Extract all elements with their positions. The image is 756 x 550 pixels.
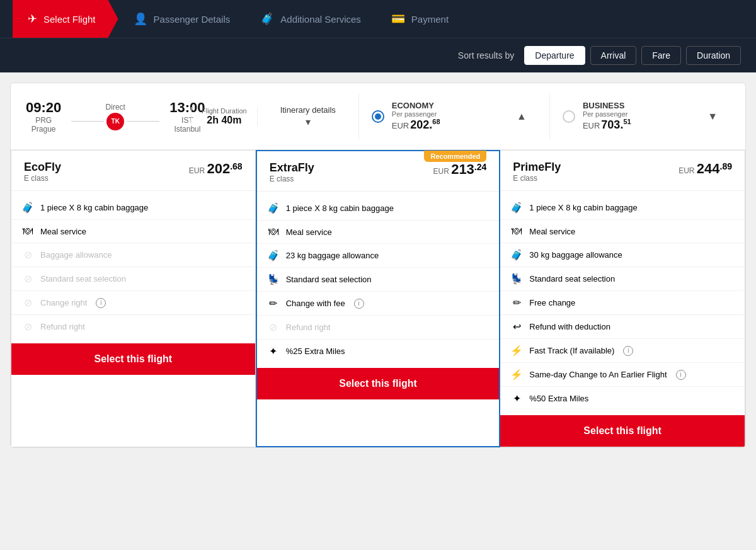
fare-name: EcoFly xyxy=(24,161,61,174)
business-per-pax: Per passenger xyxy=(583,110,700,118)
sort-departure-button[interactable]: Departure xyxy=(524,46,585,65)
fare-features-list: 🧳 1 piece X 8 kg cabin baggage 🍽 Meal se… xyxy=(500,191,745,415)
feature-text: Standard seat selection xyxy=(286,275,372,284)
economy-fare-option[interactable]: ECONOMY Per passenger EUR202.68 ▲ xyxy=(358,93,539,139)
duration-block: Flight Duration 2h 40m xyxy=(191,107,258,126)
economy-chevron-up-icon[interactable]: ▲ xyxy=(517,111,527,122)
airline-logo: TK xyxy=(106,113,124,130)
feature-icon: 🍽 xyxy=(21,226,34,237)
feature-item: 🧳 1 piece X 8 kg cabin baggage xyxy=(257,197,500,221)
flight-summary: 09:20 PRG Prague Direct TK 13:00 IST Ist… xyxy=(11,83,745,150)
info-icon[interactable]: i xyxy=(354,299,364,309)
business-fare-option[interactable]: BUSINESS Per passenger EUR703.51 ▼ xyxy=(549,93,730,139)
feature-icon: ⊘ xyxy=(21,273,34,285)
nav-step-passenger-details[interactable]: 👤 Passenger Details xyxy=(118,0,246,38)
feature-icon: 🧳 xyxy=(510,249,523,261)
feature-icon: 🧳 xyxy=(21,202,34,214)
feature-text: Free change xyxy=(529,298,575,307)
economy-radio-button[interactable] xyxy=(372,110,384,123)
fare-col-primefly: PrimeFly E class EUR 244.89 🧳 1 piece X … xyxy=(500,150,745,447)
business-radio-button[interactable] xyxy=(563,110,575,123)
departure-city: Prague xyxy=(26,125,61,134)
sort-fare-button[interactable]: Fare xyxy=(641,46,681,65)
feature-item: ↩ Refund with deduction xyxy=(500,315,745,339)
feature-text: 1 piece X 8 kg cabin baggage xyxy=(286,203,394,213)
info-icon[interactable]: i xyxy=(96,298,106,308)
select-flight-button[interactable]: Select this flight xyxy=(257,368,500,399)
feature-item: 💺 Standard seat selection xyxy=(500,267,745,291)
economy-currency: EUR xyxy=(392,121,409,130)
feature-item: ⊘ Change righti xyxy=(11,291,255,315)
feature-icon: ⊘ xyxy=(267,321,280,333)
feature-text: Standard seat selection xyxy=(40,274,126,284)
nav-step-select-flight[interactable]: ✈ Select Flight xyxy=(13,0,118,38)
feature-text: Meal service xyxy=(40,227,86,236)
feature-text: Change right xyxy=(40,298,87,307)
fare-class: E class xyxy=(513,174,561,183)
feature-item: ⚡ Fast Track (If available)i xyxy=(500,339,745,363)
line-left xyxy=(71,121,104,122)
fare-price: EUR 202.68 xyxy=(189,161,243,177)
sort-arrival-button[interactable]: Arrival xyxy=(590,46,637,65)
route-line: Direct TK xyxy=(71,103,159,130)
fare-name: PrimeFly xyxy=(513,161,561,174)
business-chevron-down-icon[interactable]: ▼ xyxy=(707,111,718,122)
feature-text: 1 piece X 8 kg cabin baggage xyxy=(40,203,148,212)
feature-text: Standard seat selection xyxy=(529,274,615,284)
feature-item: 🍽 Meal service xyxy=(500,220,745,243)
luggage-icon: 🧳 xyxy=(260,12,274,26)
person-icon: 👤 xyxy=(134,12,147,26)
info-icon[interactable]: i xyxy=(623,346,633,356)
feature-item: ⊘ Refund right xyxy=(257,316,500,340)
nav-step-additional-services[interactable]: 🧳 Additional Services xyxy=(245,0,376,38)
fare-price-dec: .68 xyxy=(230,161,242,171)
feature-item: ✦ %25 Extra Miles xyxy=(257,340,500,363)
fare-price: EUR 213.24 xyxy=(433,161,486,178)
fare-col-extrafly: Recommended ExtraFly E class EUR 213.24 … xyxy=(256,150,501,447)
feature-icon: ✦ xyxy=(510,392,523,404)
itinerary-details-toggle[interactable]: Itinerary details ▾ xyxy=(268,105,348,128)
payment-icon: 💳 xyxy=(391,12,405,26)
select-flight-button[interactable]: Select this flight xyxy=(500,415,745,447)
business-fare-info: BUSINESS Per passenger EUR703.51 xyxy=(583,101,700,132)
business-price-dec: 51 xyxy=(623,118,631,125)
feature-icon: ⚡ xyxy=(510,369,523,381)
departure-time: 09:20 xyxy=(26,100,61,116)
economy-class-label: ECONOMY xyxy=(392,101,509,110)
feature-icon: 🍽 xyxy=(267,226,280,238)
economy-price: EUR202.68 xyxy=(392,118,509,132)
business-class-label: BUSINESS xyxy=(583,101,700,110)
sort-duration-button[interactable]: Duration xyxy=(686,46,741,65)
feature-item: ⊘ Standard seat selection xyxy=(11,267,255,291)
nav-step-payment[interactable]: 💳 Payment xyxy=(376,0,464,38)
feature-text: Refund with deduction xyxy=(529,322,610,331)
feature-text: 23 kg baggage allowance xyxy=(286,251,379,260)
select-flight-button[interactable]: Select this flight xyxy=(11,343,255,375)
economy-per-pax: Per passenger xyxy=(392,110,509,118)
fare-columns: EcoFly E class EUR 202.68 🧳 1 piece X 8 … xyxy=(11,150,745,447)
feature-icon: ⚡ xyxy=(510,345,523,357)
info-icon[interactable]: i xyxy=(676,370,686,380)
feature-icon: ⊘ xyxy=(21,249,34,261)
economy-price-int: 202 xyxy=(410,118,429,131)
fare-features-list: 🧳 1 piece X 8 kg cabin baggage 🍽 Meal se… xyxy=(11,191,255,343)
feature-icon: 🧳 xyxy=(510,202,523,214)
feature-text: Change with fee xyxy=(286,299,345,308)
fare-price-int: 202 xyxy=(207,161,230,176)
line-right xyxy=(127,121,159,122)
feature-item: 💺 Standard seat selection xyxy=(257,268,500,292)
fare-col-header: PrimeFly E class EUR 244.89 xyxy=(500,151,745,191)
feature-text: Refund right xyxy=(40,322,85,331)
feature-item: 🧳 1 piece X 8 kg cabin baggage xyxy=(11,196,255,220)
feature-icon: 💺 xyxy=(510,273,523,285)
flight-times: 09:20 PRG Prague Direct TK 13:00 IST Ist… xyxy=(26,100,181,134)
feature-text: Meal service xyxy=(529,227,575,236)
feature-icon: ↩ xyxy=(510,321,523,333)
fare-price-int: 213 xyxy=(451,161,474,177)
feature-item: ⊘ Refund right xyxy=(11,315,255,338)
nav-step-label: Additional Services xyxy=(280,14,361,25)
nav-step-label: Payment xyxy=(411,14,449,25)
feature-item: ⚡ Same-day Change to An Earlier Flighti xyxy=(500,363,745,387)
feature-icon: ✏ xyxy=(267,297,280,309)
fare-price-dec: .24 xyxy=(474,162,486,172)
